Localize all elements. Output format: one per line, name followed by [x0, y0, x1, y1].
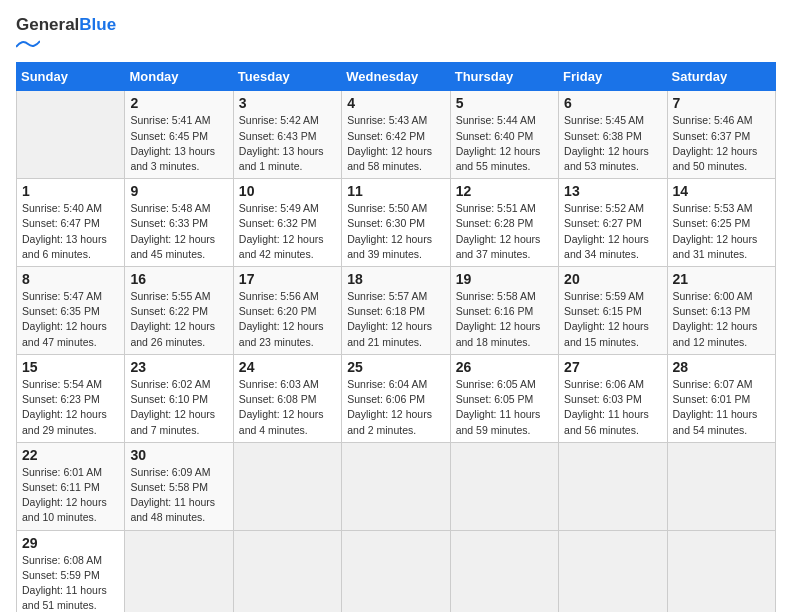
calendar-cell: 17Sunrise: 5:56 AMSunset: 6:20 PMDayligh… [233, 267, 341, 355]
day-info: Sunrise: 5:58 AMSunset: 6:16 PMDaylight:… [456, 289, 553, 350]
day-info: Sunrise: 5:57 AMSunset: 6:18 PMDaylight:… [347, 289, 444, 350]
logo-wave-icon [16, 39, 40, 49]
calendar-body: 2Sunrise: 5:41 AMSunset: 6:45 PMDaylight… [17, 91, 776, 612]
day-number: 8 [22, 271, 119, 287]
calendar-cell [233, 442, 341, 530]
week-row-5: 22Sunrise: 6:01 AMSunset: 6:11 PMDayligh… [17, 442, 776, 530]
calendar-cell: 6Sunrise: 5:45 AMSunset: 6:38 PMDaylight… [559, 91, 667, 179]
calendar-cell: 30Sunrise: 6:09 AMSunset: 5:58 PMDayligh… [125, 442, 233, 530]
calendar-cell [450, 530, 558, 612]
day-number: 15 [22, 359, 119, 375]
day-info: Sunrise: 6:04 AMSunset: 6:06 PMDaylight:… [347, 377, 444, 438]
day-number: 21 [673, 271, 770, 287]
day-info: Sunrise: 5:51 AMSunset: 6:28 PMDaylight:… [456, 201, 553, 262]
day-number: 30 [130, 447, 227, 463]
week-row-4: 15Sunrise: 5:54 AMSunset: 6:23 PMDayligh… [17, 354, 776, 442]
day-info: Sunrise: 6:01 AMSunset: 6:11 PMDaylight:… [22, 465, 119, 526]
calendar-cell: 1Sunrise: 5:40 AMSunset: 6:47 PMDaylight… [17, 179, 125, 267]
day-number: 13 [564, 183, 661, 199]
day-info: Sunrise: 5:55 AMSunset: 6:22 PMDaylight:… [130, 289, 227, 350]
calendar-cell [667, 442, 775, 530]
calendar-cell: 3Sunrise: 5:42 AMSunset: 6:43 PMDaylight… [233, 91, 341, 179]
day-number: 23 [130, 359, 227, 375]
calendar-cell: 9Sunrise: 5:48 AMSunset: 6:33 PMDaylight… [125, 179, 233, 267]
day-info: Sunrise: 6:05 AMSunset: 6:05 PMDaylight:… [456, 377, 553, 438]
weekday-header-sunday: Sunday [17, 63, 125, 91]
week-row-6: 29Sunrise: 6:08 AMSunset: 5:59 PMDayligh… [17, 530, 776, 612]
day-number: 4 [347, 95, 444, 111]
header: GeneralBlue [16, 16, 776, 52]
calendar-cell: 20Sunrise: 5:59 AMSunset: 6:15 PMDayligh… [559, 267, 667, 355]
calendar-cell [342, 530, 450, 612]
calendar-cell: 16Sunrise: 5:55 AMSunset: 6:22 PMDayligh… [125, 267, 233, 355]
day-info: Sunrise: 6:09 AMSunset: 5:58 PMDaylight:… [130, 465, 227, 526]
calendar-cell: 28Sunrise: 6:07 AMSunset: 6:01 PMDayligh… [667, 354, 775, 442]
day-info: Sunrise: 6:02 AMSunset: 6:10 PMDaylight:… [130, 377, 227, 438]
calendar-cell [17, 91, 125, 179]
day-info: Sunrise: 6:07 AMSunset: 6:01 PMDaylight:… [673, 377, 770, 438]
day-info: Sunrise: 5:48 AMSunset: 6:33 PMDaylight:… [130, 201, 227, 262]
calendar-header: SundayMondayTuesdayWednesdayThursdayFrid… [17, 63, 776, 91]
calendar-cell [450, 442, 558, 530]
calendar-cell: 27Sunrise: 6:06 AMSunset: 6:03 PMDayligh… [559, 354, 667, 442]
day-number: 19 [456, 271, 553, 287]
day-number: 2 [130, 95, 227, 111]
calendar-cell: 19Sunrise: 5:58 AMSunset: 6:16 PMDayligh… [450, 267, 558, 355]
calendar-cell: 15Sunrise: 5:54 AMSunset: 6:23 PMDayligh… [17, 354, 125, 442]
calendar-cell [233, 530, 341, 612]
calendar-cell: 13Sunrise: 5:52 AMSunset: 6:27 PMDayligh… [559, 179, 667, 267]
calendar-cell: 14Sunrise: 5:53 AMSunset: 6:25 PMDayligh… [667, 179, 775, 267]
day-number: 10 [239, 183, 336, 199]
calendar-cell [342, 442, 450, 530]
calendar-cell: 4Sunrise: 5:43 AMSunset: 6:42 PMDaylight… [342, 91, 450, 179]
day-number: 1 [22, 183, 119, 199]
calendar-cell: 23Sunrise: 6:02 AMSunset: 6:10 PMDayligh… [125, 354, 233, 442]
calendar-cell: 18Sunrise: 5:57 AMSunset: 6:18 PMDayligh… [342, 267, 450, 355]
day-number: 16 [130, 271, 227, 287]
day-number: 26 [456, 359, 553, 375]
day-number: 18 [347, 271, 444, 287]
calendar-cell [559, 442, 667, 530]
day-info: Sunrise: 5:46 AMSunset: 6:37 PMDaylight:… [673, 113, 770, 174]
calendar-cell: 8Sunrise: 5:47 AMSunset: 6:35 PMDaylight… [17, 267, 125, 355]
day-number: 6 [564, 95, 661, 111]
weekday-header-monday: Monday [125, 63, 233, 91]
day-number: 5 [456, 95, 553, 111]
calendar-cell: 26Sunrise: 6:05 AMSunset: 6:05 PMDayligh… [450, 354, 558, 442]
weekday-header-friday: Friday [559, 63, 667, 91]
day-number: 27 [564, 359, 661, 375]
week-row-1: 2Sunrise: 5:41 AMSunset: 6:45 PMDaylight… [17, 91, 776, 179]
day-number: 3 [239, 95, 336, 111]
day-info: Sunrise: 5:59 AMSunset: 6:15 PMDaylight:… [564, 289, 661, 350]
calendar-cell: 29Sunrise: 6:08 AMSunset: 5:59 PMDayligh… [17, 530, 125, 612]
calendar-cell: 22Sunrise: 6:01 AMSunset: 6:11 PMDayligh… [17, 442, 125, 530]
day-info: Sunrise: 5:56 AMSunset: 6:20 PMDaylight:… [239, 289, 336, 350]
day-info: Sunrise: 5:41 AMSunset: 6:45 PMDaylight:… [130, 113, 227, 174]
day-info: Sunrise: 6:00 AMSunset: 6:13 PMDaylight:… [673, 289, 770, 350]
day-number: 24 [239, 359, 336, 375]
day-info: Sunrise: 5:40 AMSunset: 6:47 PMDaylight:… [22, 201, 119, 262]
calendar-cell [559, 530, 667, 612]
calendar-cell: 24Sunrise: 6:03 AMSunset: 6:08 PMDayligh… [233, 354, 341, 442]
day-number: 14 [673, 183, 770, 199]
weekday-row: SundayMondayTuesdayWednesdayThursdayFrid… [17, 63, 776, 91]
day-number: 7 [673, 95, 770, 111]
day-info: Sunrise: 5:44 AMSunset: 6:40 PMDaylight:… [456, 113, 553, 174]
day-info: Sunrise: 5:47 AMSunset: 6:35 PMDaylight:… [22, 289, 119, 350]
day-number: 17 [239, 271, 336, 287]
day-info: Sunrise: 6:08 AMSunset: 5:59 PMDaylight:… [22, 553, 119, 612]
calendar-cell: 25Sunrise: 6:04 AMSunset: 6:06 PMDayligh… [342, 354, 450, 442]
logo-text: GeneralBlue [16, 16, 116, 52]
day-number: 9 [130, 183, 227, 199]
calendar-cell: 21Sunrise: 6:00 AMSunset: 6:13 PMDayligh… [667, 267, 775, 355]
day-info: Sunrise: 5:43 AMSunset: 6:42 PMDaylight:… [347, 113, 444, 174]
calendar-cell: 10Sunrise: 5:49 AMSunset: 6:32 PMDayligh… [233, 179, 341, 267]
day-info: Sunrise: 5:49 AMSunset: 6:32 PMDaylight:… [239, 201, 336, 262]
day-info: Sunrise: 5:45 AMSunset: 6:38 PMDaylight:… [564, 113, 661, 174]
calendar-cell: 11Sunrise: 5:50 AMSunset: 6:30 PMDayligh… [342, 179, 450, 267]
weekday-header-wednesday: Wednesday [342, 63, 450, 91]
weekday-header-tuesday: Tuesday [233, 63, 341, 91]
day-number: 25 [347, 359, 444, 375]
logo: GeneralBlue [16, 16, 116, 52]
calendar-cell [125, 530, 233, 612]
